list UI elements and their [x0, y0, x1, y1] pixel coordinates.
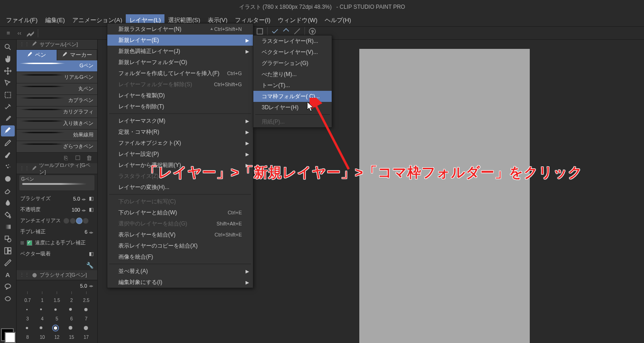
- deco-tool[interactable]: [1, 173, 15, 184]
- menu-item[interactable]: 下のレイヤーと結合(W)Ctrl+E: [107, 207, 253, 218]
- layer-icon[interactable]: [255, 27, 264, 36]
- frame-tool[interactable]: [1, 245, 15, 256]
- size-preset[interactable]: [84, 308, 88, 311]
- menu-item[interactable]: 並べ替え(A)▶: [107, 266, 253, 277]
- chevron-icon[interactable]: ‹‹: [15, 29, 24, 38]
- submenu-item[interactable]: グラデーション(G): [253, 58, 332, 69]
- move-tool[interactable]: [1, 65, 15, 77]
- submenu-item[interactable]: ベクターレイヤー(V)...: [253, 47, 332, 58]
- brush-入り抜きペン[interactable]: 入り抜きペン: [17, 118, 97, 130]
- subtool-tab-pen[interactable]: ペン: [17, 50, 57, 60]
- blend-tool[interactable]: [1, 197, 15, 208]
- subtool-tab-marker[interactable]: マーカー: [57, 50, 98, 60]
- airbrush-tool[interactable]: [1, 161, 15, 172]
- pen-toolbar-icon[interactable]: [293, 27, 302, 36]
- menu-ファイル(F)[interactable]: ファイル(F): [2, 14, 41, 26]
- check-icon[interactable]: [270, 27, 280, 36]
- eraser-tool[interactable]: [1, 185, 15, 196]
- prop-opacity[interactable]: 不透明度 100 ◂▸ ◧: [17, 204, 97, 215]
- menu-item[interactable]: レイヤーを複製(D): [107, 90, 253, 101]
- color-swatch[interactable]: [1, 328, 14, 341]
- menu-item[interactable]: レイヤーから選択範囲(Y)▶: [107, 160, 253, 171]
- wrench-icon[interactable]: 🔧: [86, 262, 94, 269]
- menu-item[interactable]: レイヤー設定(P)▶: [107, 148, 253, 160]
- brush-Gペン[interactable]: Gペン: [17, 60, 97, 72]
- menu-item[interactable]: レイヤーマスク(M)▶: [107, 115, 253, 126]
- brush-リアルGペン[interactable]: リアルGペン: [17, 72, 97, 83]
- figure-tool[interactable]: [1, 233, 15, 244]
- svg-point-6: [10, 166, 11, 167]
- wand-tool[interactable]: [1, 101, 15, 112]
- size-preset[interactable]: [69, 326, 72, 330]
- size-preset[interactable]: [40, 308, 42, 310]
- menu-item[interactable]: 編集対象にする(I)▶: [107, 277, 253, 288]
- size-preset[interactable]: [54, 326, 57, 330]
- fill-tool[interactable]: [1, 209, 15, 220]
- operation-tool[interactable]: [1, 77, 15, 89]
- submenu-item[interactable]: べた塗り(M)...: [253, 69, 332, 80]
- correct-tool[interactable]: [1, 293, 15, 304]
- size-slider[interactable]: 5.0◂▸: [20, 282, 94, 290]
- balloon-tool[interactable]: [1, 281, 15, 292]
- menu-item[interactable]: レイヤーの変換(H)...: [107, 182, 253, 193]
- menu-item[interactable]: 新規レイヤー(E)▶: [107, 35, 253, 46]
- prop-antialias[interactable]: アンチエイリアス: [17, 215, 97, 226]
- menu-item[interactable]: 新規ラスターレイヤー(N)Ctrl+Shift+N: [107, 24, 253, 35]
- submenu-item[interactable]: ラスターレイヤー(R)...: [253, 35, 332, 47]
- prop-speed-correction[interactable]: ⊞ 速度による手ブレ補正: [17, 237, 97, 248]
- link-icon[interactable]: ◧: [89, 207, 94, 213]
- duplicate-icon[interactable]: ⎘: [64, 154, 71, 162]
- submenu-item[interactable]: コマ枠フォルダー( C)...: [253, 91, 332, 102]
- menu-編集(E)[interactable]: 編集(E): [41, 14, 69, 26]
- brush-カリグラフィ[interactable]: カリグラフィ: [17, 106, 97, 118]
- size-preset[interactable]: [26, 309, 28, 310]
- size-preset[interactable]: [69, 308, 72, 311]
- menu-item[interactable]: 定規・コマ枠(R)▶: [107, 126, 253, 137]
- size-preset[interactable]: [26, 327, 28, 329]
- help-icon[interactable]: ?: [308, 27, 317, 36]
- submenu-item[interactable]: 3Dレイヤー(H): [253, 102, 332, 113]
- menu-item[interactable]: 表示レイヤーのコピーを結合(X): [107, 240, 253, 251]
- new-icon[interactable]: ☐: [75, 154, 82, 162]
- menu-item[interactable]: 画像を統合(F): [107, 251, 253, 262]
- menu-ウィンドウ(W)[interactable]: ウィンドウ(W): [274, 14, 321, 26]
- speed-checkbox[interactable]: [27, 240, 32, 246]
- brush-tool[interactable]: [1, 149, 15, 160]
- link-icon[interactable]: ◧: [89, 251, 94, 257]
- tools-toolbar: A: [0, 40, 17, 343]
- menu-ヘルプ(H)[interactable]: ヘルプ(H): [321, 14, 355, 26]
- link-icon[interactable]: ◧: [89, 195, 94, 201]
- size-preset[interactable]: [84, 326, 88, 330]
- ruler-tool[interactable]: [1, 257, 15, 268]
- eyedropper-tool[interactable]: [1, 113, 15, 124]
- submenu-item[interactable]: トーン(T)...: [253, 80, 332, 91]
- marquee-tool[interactable]: [1, 89, 15, 101]
- canvas[interactable]: [359, 49, 530, 343]
- size-preset[interactable]: [40, 326, 42, 329]
- prop-brush-size[interactable]: ブラシサイズ 5.0 ◂▸ ◧: [17, 193, 97, 204]
- zoom-tool[interactable]: [1, 41, 15, 53]
- pencil-tool[interactable]: [1, 137, 15, 148]
- brush-ざらつきペン[interactable]: ざらつきペン: [17, 141, 97, 153]
- trash-icon[interactable]: 🗑: [86, 154, 94, 162]
- snap-icon[interactable]: [281, 27, 291, 36]
- prop-vector-snap[interactable]: ベクター吸着 ◧: [17, 248, 97, 260]
- brush-icon[interactable]: [26, 29, 35, 38]
- svg-point-0: [5, 44, 9, 48]
- menu-item[interactable]: 新規レイヤーフォルダー(O): [107, 57, 253, 68]
- hand-tool[interactable]: [1, 53, 15, 65]
- brush-丸ペン[interactable]: 丸ペン: [17, 83, 97, 95]
- brush-効果線用[interactable]: 効果線用: [17, 130, 97, 141]
- hamburger-icon[interactable]: ≡: [4, 29, 13, 38]
- pen-tool[interactable]: [1, 125, 15, 136]
- text-tool[interactable]: A: [1, 269, 15, 280]
- size-preset[interactable]: [54, 308, 57, 311]
- menu-item[interactable]: フォルダーを作成してレイヤーを挿入(F)Ctrl+G: [107, 68, 253, 79]
- menu-item[interactable]: 新規色調補正レイヤー(J)▶: [107, 46, 253, 57]
- brush-カブラペン[interactable]: カブラペン: [17, 95, 97, 106]
- gradient-tool[interactable]: [1, 221, 15, 232]
- menu-item[interactable]: レイヤーを削除(T): [107, 101, 253, 112]
- prop-hand-correction[interactable]: 手ブレ補正 6 ◂▸: [17, 226, 97, 237]
- menu-item[interactable]: ファイルオブジェクト(X)▶: [107, 137, 253, 148]
- menu-item[interactable]: 表示レイヤーを結合(V)Ctrl+Shift+E: [107, 229, 253, 240]
